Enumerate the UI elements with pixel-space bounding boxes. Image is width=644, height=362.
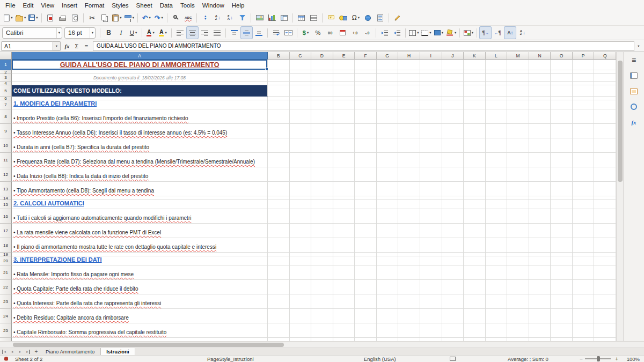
cell-M11[interactable]	[507, 153, 529, 167]
cell-A8[interactable]: • Importo Prestito (cella B6): Inserisci…	[12, 109, 268, 124]
cell-A16[interactable]: • Tutti i calcoli si aggiornano automati…	[12, 209, 268, 224]
cell-L13[interactable]	[486, 182, 508, 196]
functions-deck-icon[interactable]: fx	[627, 116, 641, 129]
cell-N1[interactable]	[529, 60, 551, 70]
gallery-deck-icon[interactable]	[627, 85, 641, 98]
cell-C16[interactable]	[290, 209, 312, 224]
row-header-11[interactable]: 11	[0, 153, 12, 167]
vertical-scrollbar[interactable]	[616, 52, 623, 341]
name-box-dropdown-icon[interactable]: ▾	[53, 41, 61, 51]
cell-L23[interactable]	[486, 294, 508, 309]
cell-K5[interactable]	[464, 85, 486, 97]
cell-G21[interactable]	[377, 265, 399, 280]
cell-B19[interactable]	[268, 253, 290, 256]
row-header-25[interactable]: 25	[0, 323, 12, 338]
cell-P9[interactable]	[573, 124, 595, 138]
text-direction-rtl-button[interactable]: ←¶	[492, 26, 504, 39]
cell-C12[interactable]	[290, 167, 312, 182]
conditional-formatting-button[interactable]: ▾	[462, 26, 474, 39]
cell-D14[interactable]	[311, 196, 333, 200]
cell-N10[interactable]	[529, 138, 551, 153]
name-box[interactable]: A1	[1, 41, 53, 51]
cell-F12[interactable]	[355, 167, 377, 182]
cell-K11[interactable]	[464, 153, 486, 167]
cell-P20[interactable]	[573, 256, 595, 265]
cell-L1[interactable]	[486, 60, 508, 70]
row-header-12[interactable]: 12	[0, 167, 12, 182]
cell-D13[interactable]	[311, 182, 333, 196]
cell-I6[interactable]	[420, 97, 442, 100]
cell-F14[interactable]	[355, 196, 377, 200]
cell-L4[interactable]	[486, 82, 508, 85]
cell-M9[interactable]	[507, 124, 529, 138]
cell-K12[interactable]	[464, 167, 486, 182]
cell-H11[interactable]	[398, 153, 420, 167]
cell-C11[interactable]	[290, 153, 312, 167]
cell-I15[interactable]	[420, 200, 442, 209]
cell-O6[interactable]	[551, 97, 573, 100]
cell-B10[interactable]	[268, 138, 290, 153]
print-button[interactable]	[56, 11, 69, 24]
cell-Q12[interactable]	[594, 167, 616, 182]
cell-B17[interactable]	[268, 224, 290, 238]
row-header-15[interactable]: 15	[0, 200, 12, 209]
row-header-20[interactable]: 20	[0, 256, 12, 265]
language-status[interactable]: English (USA)	[364, 356, 396, 362]
cell-L18[interactable]	[486, 238, 508, 253]
cell-L15[interactable]	[486, 200, 508, 209]
cell-M18[interactable]	[507, 238, 529, 253]
cell-J24[interactable]	[442, 309, 464, 323]
page-style[interactable]: PageStyle_Istruzioni	[207, 356, 254, 362]
cell-K2[interactable]	[464, 70, 486, 74]
zoom-slider-thumb[interactable]	[597, 356, 600, 361]
cell-I21[interactable]	[420, 265, 442, 280]
copy-button[interactable]	[98, 11, 111, 24]
cell-K25[interactable]	[464, 323, 486, 338]
cell-A20[interactable]: 3. INTERPRETAZIONE DEI DATI	[12, 256, 268, 265]
select-all-corner[interactable]	[0, 52, 12, 60]
sheet-tab-istruzioni[interactable]: Istruzioni	[100, 348, 135, 355]
cell-B9[interactable]	[268, 124, 290, 138]
cell-A19[interactable]	[12, 253, 268, 256]
cell-I22[interactable]	[420, 280, 442, 294]
cell-K8[interactable]	[464, 109, 486, 124]
cell-B24[interactable]	[268, 309, 290, 323]
column-header-F[interactable]: F	[355, 52, 377, 60]
column-header-B[interactable]: B	[268, 52, 290, 60]
cell-I18[interactable]	[420, 238, 442, 253]
cell-F22[interactable]	[355, 280, 377, 294]
cell-O8[interactable]	[551, 109, 573, 124]
cell-G22[interactable]	[377, 280, 399, 294]
column-header-A[interactable]: A	[12, 52, 268, 60]
sheet-position[interactable]: Sheet 2 of 2	[15, 356, 42, 362]
cell-I17[interactable]	[420, 224, 442, 238]
cell-I13[interactable]	[420, 182, 442, 196]
cell-K22[interactable]	[464, 280, 486, 294]
cell-A9[interactable]: • Tasso Interesse Annuo (cella D6): Inse…	[12, 124, 268, 138]
cell-C5[interactable]	[290, 85, 312, 97]
cell-M10[interactable]	[507, 138, 529, 153]
cell-O14[interactable]	[551, 196, 573, 200]
redo-button[interactable]: ↷▾	[152, 11, 165, 24]
cell-L25[interactable]	[486, 323, 508, 338]
cell-J19[interactable]	[442, 253, 464, 256]
cell-F7[interactable]	[355, 100, 377, 109]
cell-Q5[interactable]	[594, 85, 616, 97]
split-window-button[interactable]	[308, 11, 320, 24]
align-left-button[interactable]	[174, 26, 186, 39]
cell-P24[interactable]	[573, 309, 595, 323]
cell-Q25[interactable]	[594, 323, 616, 338]
cell-E7[interactable]	[333, 100, 355, 109]
cell-F9[interactable]	[355, 124, 377, 138]
cell-I19[interactable]	[420, 253, 442, 256]
insert-shapes-button[interactable]	[337, 11, 349, 24]
cell-O24[interactable]	[551, 309, 573, 323]
borders-button[interactable]: ▾	[408, 26, 420, 39]
cell-K24[interactable]	[464, 309, 486, 323]
cell-I12[interactable]	[420, 167, 442, 182]
cell-E23[interactable]	[333, 294, 355, 309]
cell-P10[interactable]	[573, 138, 595, 153]
cell-H23[interactable]	[398, 294, 420, 309]
cell-N4[interactable]	[529, 82, 551, 85]
cell-B23[interactable]	[268, 294, 290, 309]
